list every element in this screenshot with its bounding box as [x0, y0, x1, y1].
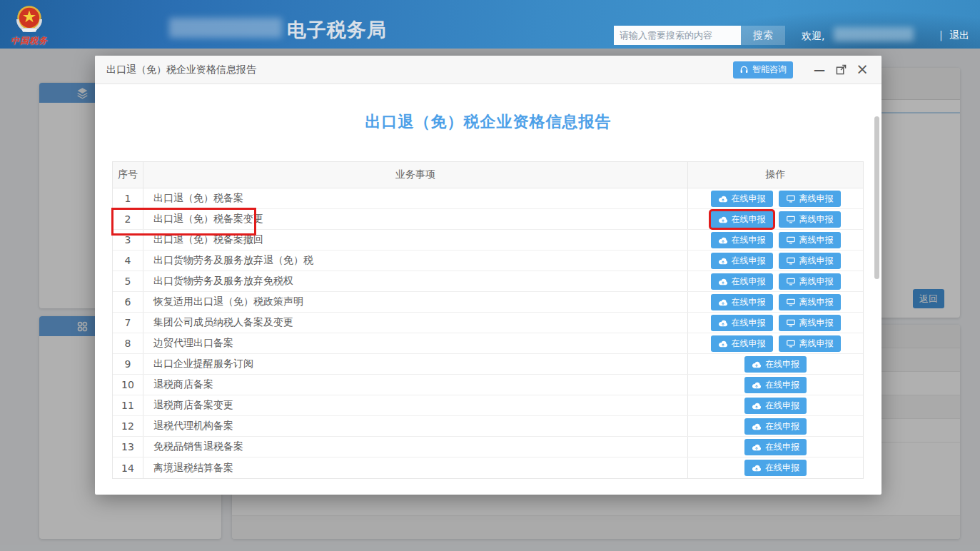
online-declare-button[interactable]: 在线申报	[711, 232, 773, 248]
row-number: 7	[113, 313, 143, 333]
online-declare-button[interactable]: 在线申报	[744, 377, 807, 393]
online-declare-button[interactable]: 在线申报	[711, 335, 773, 352]
monitor-icon	[786, 278, 796, 285]
search-input[interactable]	[614, 26, 741, 45]
modal-titlebar: 出口退（免）税企业资格信息报告 智能咨询 — ×	[95, 56, 882, 84]
row-number: 12	[113, 416, 143, 436]
cloud-upload-icon	[718, 298, 728, 306]
monitor-icon	[786, 216, 796, 223]
smart-consult-button[interactable]: 智能咨询	[733, 61, 793, 79]
row-actions: 在线申报	[688, 458, 863, 478]
business-item-label: 出口退（免）税备案变更	[143, 209, 688, 229]
column-header-no: 序号	[113, 162, 143, 188]
row-actions: 在线申报 离线申报	[688, 230, 863, 250]
app-header: 中国税务 电子税务局 搜索 欢迎, | 退出	[0, 0, 980, 49]
online-declare-button[interactable]: 在线申报	[744, 460, 807, 476]
business-item-label: 边贸代理出口备案	[143, 333, 688, 353]
cloud-upload-icon	[752, 381, 762, 389]
row-number: 11	[113, 395, 143, 415]
redacted-taxpayer-name	[834, 27, 914, 41]
header-separator: |	[939, 29, 943, 41]
offline-declare-button[interactable]: 离线申报	[779, 253, 841, 269]
offline-declare-button[interactable]: 离线申报	[779, 335, 841, 352]
maximize-button[interactable]	[833, 62, 849, 78]
online-declare-button[interactable]: 在线申报	[744, 356, 807, 373]
table-row: 7 集团公司成员纳税人备案及变更 在线申报	[113, 313, 863, 333]
monitor-icon	[786, 195, 796, 203]
redacted-department-name	[169, 18, 282, 38]
row-actions: 在线申报 离线申报	[688, 292, 863, 312]
cloud-upload-icon	[718, 236, 728, 244]
offline-declare-button[interactable]: 离线申报	[779, 191, 841, 207]
welcome-label: 欢迎,	[802, 30, 824, 43]
offline-declare-button[interactable]: 离线申报	[779, 294, 841, 310]
cloud-upload-icon	[752, 464, 762, 472]
business-item-label: 出口货物劳务及服务放弃退（免）税	[143, 251, 688, 271]
online-declare-button[interactable]: 在线申报	[711, 211, 773, 228]
online-declare-button[interactable]: 在线申报	[744, 439, 807, 455]
modal-body: 出口退（免）税企业资格信息报告 序号 业务事项 操作 1 出口退（免）税备案	[95, 84, 882, 494]
row-actions: 在线申报	[688, 416, 863, 436]
table-row: 11 退税商店备案变更 在线申报	[113, 395, 863, 416]
table-row: 4 出口货物劳务及服务放弃退（免）税 在线申报	[113, 251, 863, 271]
cloud-upload-icon	[718, 216, 728, 223]
table-row: 8 边贸代理出口备案 在线申报 离线申报	[113, 333, 863, 354]
search-button[interactable]: 搜索	[741, 26, 785, 45]
row-actions: 在线申报 离线申报	[688, 209, 863, 229]
export-tax-qualification-modal: 出口退（免）税企业资格信息报告 智能咨询 — ×	[95, 56, 882, 495]
minimize-icon: —	[814, 64, 825, 76]
cloud-upload-icon	[718, 278, 728, 285]
row-actions: 在线申报 离线申报	[688, 333, 863, 353]
row-number: 14	[113, 458, 143, 478]
table-row: 9 出口企业提醒服务订阅 在线申报	[113, 354, 863, 375]
table-row: 12 退税代理机构备案 在线申报	[113, 416, 863, 437]
online-declare-button[interactable]: 在线申报	[711, 315, 773, 331]
offline-declare-button[interactable]: 离线申报	[779, 273, 841, 290]
row-number: 2	[113, 209, 143, 229]
business-item-label: 出口货物劳务及服务放弃免税权	[143, 271, 688, 291]
minimize-button[interactable]: —	[812, 62, 827, 78]
online-declare-button[interactable]: 在线申报	[711, 191, 773, 207]
column-header-item: 业务事项	[143, 162, 688, 188]
table-body: 1 出口退（免）税备案 在线申报 离线申报	[113, 188, 863, 478]
row-number: 6	[113, 292, 143, 312]
online-declare-button[interactable]: 在线申报	[711, 294, 773, 310]
row-actions: 在线申报	[688, 437, 863, 457]
logout-link[interactable]: 退出	[949, 29, 969, 42]
row-number: 3	[113, 230, 143, 250]
table-row: 13 免税品销售退税备案 在线申报	[113, 437, 863, 458]
screen: 套餐业务 特色业务 返回	[0, 0, 980, 551]
row-number: 9	[113, 354, 143, 374]
offline-declare-button[interactable]: 离线申报	[779, 211, 841, 228]
cloud-upload-icon	[752, 360, 762, 368]
cloud-upload-icon	[718, 340, 728, 348]
cloud-upload-icon	[718, 195, 728, 203]
table-row: 14 离境退税结算备案 在线申报	[113, 458, 863, 478]
column-header-operation: 操作	[688, 162, 863, 188]
row-number: 10	[113, 375, 143, 395]
modal-heading: 出口退（免）税企业资格信息报告	[95, 111, 882, 133]
online-declare-button[interactable]: 在线申报	[711, 253, 773, 269]
online-declare-button[interactable]: 在线申报	[744, 398, 807, 414]
table-row: 10 退税商店备案 在线申报	[113, 375, 863, 395]
business-item-label: 免税品销售退税备案	[143, 437, 688, 457]
online-declare-button[interactable]: 在线申报	[744, 418, 807, 435]
maximize-icon	[836, 64, 847, 75]
monitor-icon	[786, 340, 796, 348]
offline-declare-button[interactable]: 离线申报	[779, 315, 841, 331]
online-declare-button[interactable]: 在线申报	[711, 273, 773, 290]
offline-declare-button[interactable]: 离线申报	[779, 232, 841, 248]
business-item-label: 退税商店备案	[143, 375, 688, 395]
table-row: 5 出口货物劳务及服务放弃免税权 在线申报	[113, 271, 863, 292]
close-button[interactable]: ×	[854, 62, 870, 78]
monitor-icon	[786, 298, 796, 306]
brand-title: 电子税务局	[287, 17, 387, 43]
business-item-label: 恢复适用出口退（免）税政策声明	[143, 292, 688, 312]
monitor-icon	[786, 236, 796, 244]
row-actions: 在线申报 离线申报	[688, 313, 863, 333]
cloud-upload-icon	[718, 319, 728, 327]
business-item-label: 出口企业提醒服务订阅	[143, 354, 688, 374]
smart-consult-label: 智能咨询	[752, 64, 787, 76]
tax-emblem-logo	[13, 4, 46, 36]
modal-scrollbar[interactable]	[874, 116, 879, 279]
